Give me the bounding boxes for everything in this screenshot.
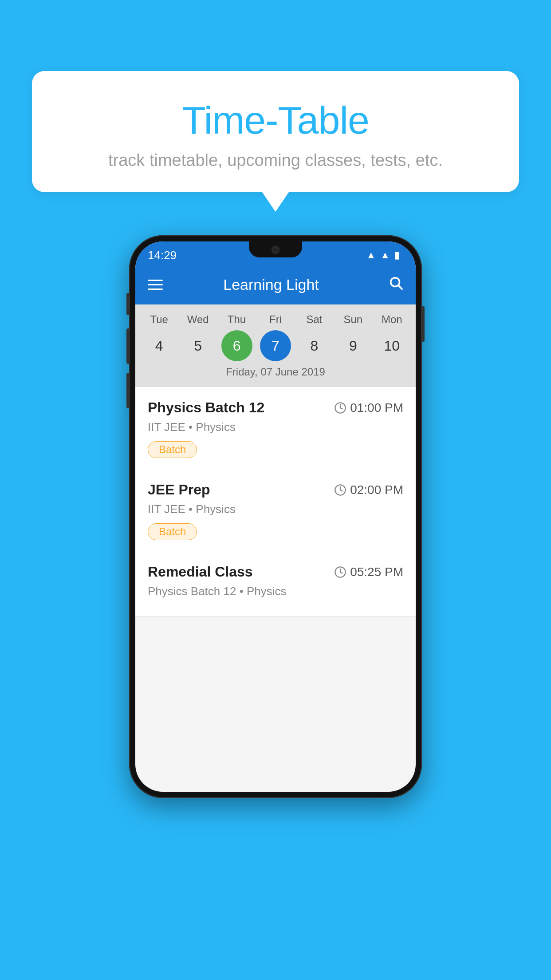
volume-up-button xyxy=(126,328,129,364)
day-header-label: Thu xyxy=(221,313,252,326)
battery-icon: ▮ xyxy=(394,249,400,261)
speech-bubble-wrapper: Time-Table track timetable, upcoming cla… xyxy=(32,71,519,192)
clock-icon xyxy=(334,402,346,414)
day-number-4[interactable]: 4 xyxy=(144,330,175,361)
schedule-item-title: Remedial Class xyxy=(148,564,253,580)
volume-down-button xyxy=(126,373,129,408)
wifi-icon: ▲ xyxy=(366,249,376,261)
day-number-10[interactable]: 10 xyxy=(376,330,407,361)
status-time: 14:29 xyxy=(148,249,177,262)
day-number-8[interactable]: 8 xyxy=(299,330,330,361)
schedule-item-time: 05:25 PM xyxy=(334,565,403,579)
day-header-label: Fri xyxy=(260,313,291,326)
schedule-item-time: 01:00 PM xyxy=(334,401,403,415)
phone-mockup: 14:29 ▲ ▲ ▮ Learning Light xyxy=(129,235,422,798)
day-headers: TueWedThuFriSatSunMon xyxy=(135,313,416,326)
schedule-item-0[interactable]: Physics Batch 12 01:00 PM IIT JEE • Phys… xyxy=(135,387,416,469)
schedule-item-1[interactable]: JEE Prep 02:00 PM IIT JEE • Physics Batc… xyxy=(135,469,416,551)
day-header-label: Tue xyxy=(144,313,175,326)
schedule-item-row: JEE Prep 02:00 PM xyxy=(148,482,403,498)
signal-icon: ▲ xyxy=(380,249,390,261)
calendar-strip: TueWedThuFriSatSunMon 45678910 Friday, 0… xyxy=(135,304,416,387)
schedule-item-title: Physics Batch 12 xyxy=(148,399,264,416)
schedule-list: Physics Batch 12 01:00 PM IIT JEE • Phys… xyxy=(135,387,416,616)
schedule-item-row: Physics Batch 12 01:00 PM xyxy=(148,399,403,416)
day-number-5[interactable]: 5 xyxy=(182,330,213,361)
schedule-item-2[interactable]: Remedial Class 05:25 PM Physics Batch 12… xyxy=(135,551,416,616)
schedule-item-title: JEE Prep xyxy=(148,482,210,498)
front-camera xyxy=(272,246,279,254)
schedule-item-row: Remedial Class 05:25 PM xyxy=(148,564,403,580)
app-title: Learning Light xyxy=(175,276,367,293)
batch-badge: Batch xyxy=(148,441,197,458)
mute-button xyxy=(126,293,129,315)
bubble-subtitle: track timetable, upcoming classes, tests… xyxy=(54,151,497,170)
schedule-item-subtitle: IIT JEE • Physics xyxy=(148,502,403,516)
day-header-label: Sun xyxy=(338,313,369,326)
phone-notch xyxy=(249,241,302,257)
day-number-7[interactable]: 7 xyxy=(260,330,291,361)
day-header-label: Wed xyxy=(182,313,213,326)
selected-date-label: Friday, 07 June 2019 xyxy=(135,361,416,382)
hamburger-menu-button[interactable] xyxy=(148,280,163,290)
power-button xyxy=(422,306,425,342)
status-icons: ▲ ▲ ▮ xyxy=(366,249,400,261)
phone-outer: 14:29 ▲ ▲ ▮ Learning Light xyxy=(129,235,422,798)
app-bar: Learning Light xyxy=(135,265,416,304)
svg-line-1 xyxy=(398,285,402,289)
batch-badge: Batch xyxy=(148,523,197,540)
phone-screen: 14:29 ▲ ▲ ▮ Learning Light xyxy=(135,241,416,792)
schedule-item-subtitle: Physics Batch 12 • Physics xyxy=(148,585,403,598)
clock-icon xyxy=(334,566,346,578)
day-number-6[interactable]: 6 xyxy=(221,330,252,361)
bubble-title: Time-Table xyxy=(54,98,497,143)
schedule-item-subtitle: IIT JEE • Physics xyxy=(148,420,403,434)
schedule-item-time: 02:00 PM xyxy=(334,483,403,497)
day-number-9[interactable]: 9 xyxy=(338,330,369,361)
day-numbers: 45678910 xyxy=(135,330,416,361)
speech-bubble: Time-Table track timetable, upcoming cla… xyxy=(32,71,519,192)
day-header-label: Mon xyxy=(376,313,407,326)
clock-icon xyxy=(334,484,346,496)
search-button[interactable] xyxy=(388,275,403,294)
day-header-label: Sat xyxy=(299,313,330,326)
